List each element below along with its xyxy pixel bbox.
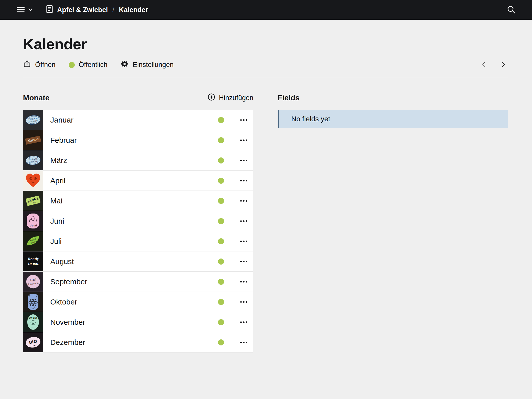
month-label: März bbox=[50, 156, 67, 165]
month-thumbnail: SWEET bbox=[23, 312, 43, 332]
ellipsis-icon bbox=[240, 281, 242, 283]
months-section: Monate Hinzufügen FreilandGemüse Januar … bbox=[23, 92, 253, 353]
prev-button[interactable] bbox=[479, 59, 489, 70]
list-item[interactable]: SweetFruits Juli bbox=[23, 231, 253, 251]
month-label: Juli bbox=[50, 237, 62, 246]
main-menu-button[interactable] bbox=[15, 5, 34, 15]
list-item[interactable]: Apfel& Zwiebel September bbox=[23, 272, 253, 292]
month-thumbnail bbox=[23, 171, 43, 191]
options-button[interactable] bbox=[237, 257, 251, 266]
month-thumbnail: Good bbox=[23, 211, 43, 231]
ellipsis-icon bbox=[240, 321, 242, 323]
options-button[interactable] bbox=[237, 298, 251, 306]
pager bbox=[479, 59, 508, 70]
month-thumbnail: FreilandGemüse bbox=[23, 110, 43, 130]
fields-empty-message: No fields yet bbox=[291, 115, 330, 123]
month-thumbnail: Readyto eat bbox=[23, 251, 43, 271]
status-label: Öffentlich bbox=[79, 61, 108, 69]
settings-button[interactable]: Einstellungen bbox=[120, 60, 174, 70]
page-title: Kalender bbox=[23, 35, 508, 53]
month-label: April bbox=[50, 176, 65, 185]
fields-section-header: Fields bbox=[278, 92, 508, 103]
list-item[interactable]: Saison Februar bbox=[23, 130, 253, 150]
month-label: August bbox=[50, 257, 74, 266]
chevron-down-icon bbox=[28, 8, 32, 12]
add-month-button[interactable]: Hinzufügen bbox=[208, 93, 253, 103]
months-list: FreilandGemüse Januar Saison Februar Fre… bbox=[23, 110, 253, 353]
fields-section-title: Fields bbox=[278, 93, 300, 102]
month-label: Juni bbox=[50, 217, 64, 225]
status-dot[interactable] bbox=[218, 319, 224, 325]
breadcrumb-site-link[interactable]: Apfel & Zwiebel bbox=[46, 5, 108, 15]
topbar: Apfel & Zwiebel / Kalender bbox=[0, 0, 532, 20]
options-button[interactable] bbox=[237, 116, 251, 124]
list-item[interactable]: Readyto eat August bbox=[23, 251, 253, 272]
list-item[interactable]: Oktober bbox=[23, 292, 253, 312]
ellipsis-icon bbox=[240, 301, 242, 303]
status-dot[interactable] bbox=[218, 238, 224, 244]
breadcrumb-page-link[interactable]: Kalender bbox=[119, 6, 148, 14]
options-button[interactable] bbox=[237, 156, 251, 165]
month-thumbnail: BIO bbox=[23, 332, 43, 352]
months-section-title: Monate bbox=[23, 93, 50, 102]
status-dot[interactable] bbox=[218, 178, 224, 184]
month-label: Oktober bbox=[50, 298, 77, 306]
search-button[interactable] bbox=[505, 3, 518, 17]
status-dot[interactable] bbox=[218, 218, 224, 224]
journal-icon bbox=[46, 5, 53, 15]
options-button[interactable] bbox=[237, 318, 251, 326]
page-actionbar: Öffnen Öffentlich Einstellungen bbox=[23, 59, 508, 70]
search-icon bbox=[507, 11, 516, 15]
status-dot[interactable] bbox=[218, 137, 224, 143]
list-item[interactable]: 2,99 €/kg Mai bbox=[23, 191, 253, 211]
ellipsis-icon bbox=[240, 160, 242, 161]
options-button[interactable] bbox=[237, 338, 251, 347]
breadcrumb: Apfel & Zwiebel / Kalender bbox=[46, 5, 148, 15]
options-button[interactable] bbox=[237, 176, 251, 185]
status-dot[interactable] bbox=[218, 259, 224, 265]
options-button[interactable] bbox=[237, 197, 251, 205]
breadcrumb-site-label: Apfel & Zwiebel bbox=[57, 6, 108, 14]
month-label: September bbox=[50, 277, 87, 286]
options-button[interactable] bbox=[237, 217, 251, 225]
options-button[interactable] bbox=[237, 237, 251, 246]
chevron-right-icon bbox=[499, 65, 506, 69]
status-dot bbox=[69, 62, 75, 68]
options-button[interactable] bbox=[237, 277, 251, 286]
list-item[interactable]: Good Juni bbox=[23, 211, 253, 231]
list-item[interactable]: April bbox=[23, 171, 253, 191]
content-columns: Monate Hinzufügen FreilandGemüse Januar … bbox=[23, 92, 508, 353]
status-dot[interactable] bbox=[218, 339, 224, 345]
list-item[interactable]: SWEET November bbox=[23, 312, 253, 332]
breadcrumb-separator: / bbox=[112, 6, 114, 14]
next-button[interactable] bbox=[498, 59, 508, 70]
breadcrumb-page-label: Kalender bbox=[119, 6, 148, 14]
month-thumbnail: Saison bbox=[23, 130, 43, 150]
month-label: Januar bbox=[50, 116, 74, 124]
month-label: Februar bbox=[50, 136, 77, 145]
status-dot[interactable] bbox=[218, 299, 224, 305]
divider bbox=[23, 78, 508, 78]
list-item[interactable]: BIO Dezember bbox=[23, 332, 253, 353]
ellipsis-icon bbox=[240, 261, 242, 262]
month-thumbnail: Apfel& Zwiebel bbox=[23, 272, 43, 292]
ellipsis-icon bbox=[240, 342, 242, 343]
open-preview-button[interactable]: Öffnen bbox=[23, 60, 56, 70]
list-item[interactable]: FreilandGemüse März bbox=[23, 150, 253, 171]
fields-empty-infobox: No fields yet bbox=[278, 110, 508, 128]
month-label: Dezember bbox=[50, 338, 85, 347]
list-item[interactable]: FreilandGemüse Januar bbox=[23, 110, 253, 130]
ellipsis-icon bbox=[240, 200, 242, 202]
status-dot[interactable] bbox=[218, 279, 224, 285]
options-button[interactable] bbox=[237, 136, 251, 145]
month-thumbnail: 2,99 €/kg bbox=[23, 191, 43, 211]
months-section-header: Monate Hinzufügen bbox=[23, 92, 253, 103]
ellipsis-icon bbox=[240, 119, 242, 121]
chevron-left-icon bbox=[481, 65, 488, 69]
add-circle-icon bbox=[208, 93, 215, 103]
gear-icon bbox=[120, 60, 129, 70]
status-dot[interactable] bbox=[218, 198, 224, 204]
status-dot[interactable] bbox=[218, 157, 224, 163]
status-dot[interactable] bbox=[218, 117, 224, 123]
status-button[interactable]: Öffentlich bbox=[69, 61, 108, 69]
